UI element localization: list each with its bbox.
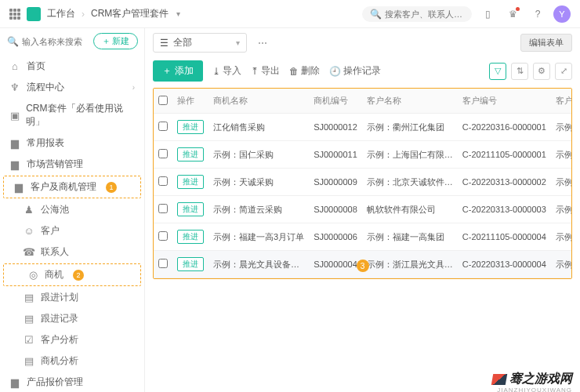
bell-icon[interactable]: ♛: [503, 5, 522, 24]
avatar[interactable]: Y: [553, 5, 571, 23]
cell: SJ0000009: [309, 169, 362, 196]
sidebar-search[interactable]: 🔍: [6, 35, 89, 48]
cell: 示例：刘晨: [551, 251, 572, 278]
import-link[interactable]: ⤓ 导入: [212, 64, 241, 78]
nav-icon: ▤: [24, 314, 34, 325]
push-button[interactable]: 推进: [177, 257, 204, 271]
cell: C-20220313-0000003: [458, 196, 551, 223]
global-search[interactable]: 🔍: [362, 6, 472, 22]
column-header[interactable]: 客户名称: [362, 89, 458, 114]
column-header[interactable]: 商机编号: [309, 89, 362, 114]
cell: 示例：王倩: [551, 141, 572, 169]
sidebar-item[interactable]: ☺客户: [0, 220, 144, 241]
sidebar-item[interactable]: ▤跟进记录: [0, 308, 144, 329]
sidebar-item[interactable]: ◎商机2: [3, 263, 141, 286]
edit-form-button[interactable]: 编辑表单: [520, 34, 572, 52]
chevron-down-icon[interactable]: ▾: [176, 9, 180, 18]
sidebar-item[interactable]: ☑客户分析: [0, 329, 144, 350]
cell: 示例：北京天诚软件…: [362, 169, 458, 196]
nav-icon: ☺: [24, 226, 34, 237]
nav-icon: ☑: [24, 335, 34, 346]
help-icon[interactable]: ?: [528, 5, 547, 24]
push-button[interactable]: 推进: [177, 202, 204, 216]
nav-label: CRM套件「必看使用说明」: [26, 102, 135, 129]
nav-icon: ⌂: [9, 61, 20, 72]
book-icon[interactable]: ▯: [478, 5, 497, 24]
push-button[interactable]: 推进: [177, 147, 204, 162]
select-all-checkbox[interactable]: [158, 96, 168, 105]
column-header[interactable]: 客户编号: [458, 89, 551, 114]
cell: 示例：赵仁民: [551, 114, 572, 141]
cell: 示例：上海国仁有限…: [362, 141, 458, 169]
row-checkbox[interactable]: [158, 176, 168, 186]
table-badge: 3: [357, 260, 369, 272]
cell: C-20211105-0000001: [458, 141, 551, 169]
sidebar-item[interactable]: ▤跟进计划: [0, 287, 144, 308]
app-grid-icon[interactable]: [9, 9, 20, 20]
nav-label: 商机: [45, 268, 63, 281]
sidebar-item[interactable]: ▆常用报表: [0, 132, 144, 154]
data-table-wrap: 操作商机名称商机编号客户名称客户编号客户联系人 推进江化销售采购SJ000001…: [153, 88, 572, 279]
row-checkbox[interactable]: [158, 149, 168, 158]
sidebar-item[interactable]: ▆产品报价管理: [0, 372, 144, 392]
settings-icon[interactable]: ⚙: [533, 63, 550, 80]
nav-icon: ▤: [24, 292, 34, 303]
sidebar-item[interactable]: ♟公海池: [0, 199, 144, 220]
nav-label: 跟进计划: [41, 291, 78, 304]
search-icon: 🔍: [7, 36, 19, 47]
chevron-right-icon: ›: [132, 83, 135, 92]
column-header[interactable]: 商机名称: [208, 89, 309, 114]
row-checkbox[interactable]: [158, 259, 168, 268]
nav-icon: ▆: [9, 159, 20, 170]
breadcrumb-workspace[interactable]: 工作台: [47, 7, 75, 20]
new-button[interactable]: ＋新建: [93, 33, 138, 49]
sort-icon[interactable]: ⇅: [511, 63, 528, 80]
sidebar: 🔍 ＋新建 ⌂首页♆流程中心›▣CRM套件「必看使用说明」▆常用报表▆市场营销管…: [0, 28, 145, 392]
table-row[interactable]: 推进示例：国仁采购SJ0000011示例：上海国仁有限…C-20211105-0…: [154, 141, 572, 169]
add-button[interactable]: ＋添加: [153, 60, 203, 82]
table-row[interactable]: 推进示例：福建一高3月订单SJ0000006示例：福建一高集团C-2021110…: [154, 223, 572, 251]
watermark: 骞之游戏网 JIANZHIYOUXIWANG: [492, 371, 572, 387]
table-row[interactable]: 推进示例：简道云采购SJ0000008帆软软件有限公司C-20220313-00…: [154, 196, 572, 223]
push-button[interactable]: 推进: [177, 120, 204, 134]
badge: 2: [73, 270, 84, 281]
log-link[interactable]: 🕘 操作记录: [329, 64, 381, 78]
data-table: 操作商机名称商机编号客户名称客户编号客户联系人 推进江化销售采购SJ000001…: [154, 89, 572, 278]
sidebar-search-input[interactable]: [22, 37, 88, 46]
cell: 示例：李清海: [551, 169, 572, 196]
sidebar-item[interactable]: ☎联系人: [0, 241, 144, 263]
row-checkbox[interactable]: [158, 204, 168, 213]
row-checkbox[interactable]: [158, 231, 168, 241]
sidebar-item[interactable]: ▣CRM套件「必看使用说明」: [0, 98, 144, 132]
more-icon[interactable]: ⋯: [253, 38, 272, 49]
delete-link[interactable]: 🗑 删除: [289, 64, 320, 78]
column-header[interactable]: 客户联系人: [551, 89, 572, 114]
sidebar-item[interactable]: ▆市场营销管理: [0, 154, 144, 175]
global-search-input[interactable]: [385, 9, 464, 19]
view-selector[interactable]: ☰ 全部 ▾: [153, 33, 247, 53]
sidebar-item[interactable]: ♆流程中心›: [0, 77, 144, 98]
sidebar-item[interactable]: ▆客户及商机管理1: [3, 176, 141, 198]
cell: C-20220313-0000004: [458, 251, 551, 278]
filter-icon[interactable]: ▽: [489, 63, 506, 80]
sidebar-item[interactable]: ⌂首页: [0, 56, 144, 77]
cell: C-20220316-0000001: [458, 114, 551, 141]
export-link[interactable]: ⤒ 导出: [251, 64, 280, 78]
nav-icon: ▆: [9, 377, 20, 388]
row-checkbox[interactable]: [158, 122, 168, 131]
nav-icon: ▣: [9, 110, 20, 121]
nav-icon: ▆: [13, 182, 24, 193]
push-button[interactable]: 推进: [177, 230, 204, 244]
nav-label: 首页: [27, 60, 45, 73]
table-row[interactable]: 推进江化销售采购SJ0000012示例：衢州江化集团C-20220316-000…: [154, 114, 572, 141]
cell: 示例：天诚采购: [208, 169, 309, 196]
cell: 示例：王宁: [551, 223, 572, 251]
expand-icon[interactable]: ⤢: [555, 63, 572, 80]
column-header[interactable]: 操作: [172, 89, 208, 114]
view-label: 全部: [173, 36, 192, 49]
breadcrumb-app[interactable]: CRM客户管理套件: [91, 7, 169, 20]
cell: 示例：简道云采购: [208, 196, 309, 223]
sidebar-item[interactable]: ▤商机分析: [0, 350, 144, 372]
table-row[interactable]: 推进示例：天诚采购SJ0000009示例：北京天诚软件…C-20220313-0…: [154, 169, 572, 196]
push-button[interactable]: 推进: [177, 175, 204, 189]
